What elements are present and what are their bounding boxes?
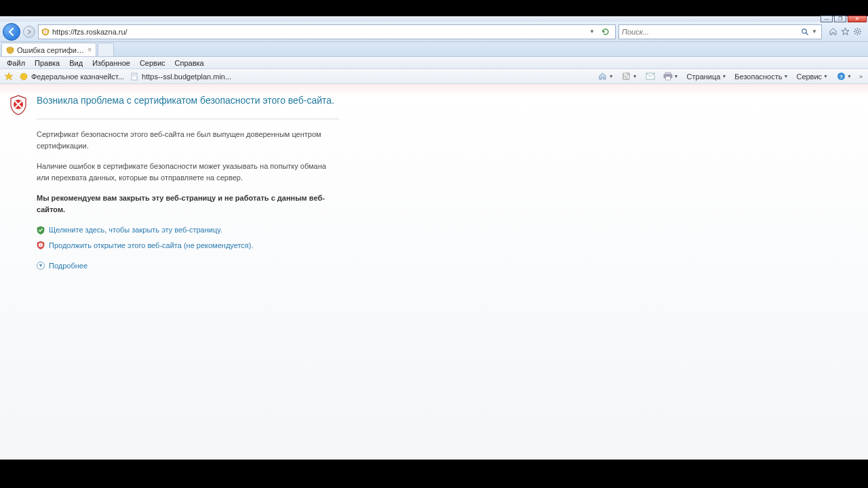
letterbox-bottom — [0, 460, 868, 488]
cmd-safety-label: Безопасность — [734, 73, 782, 81]
svg-point-13 — [20, 73, 27, 80]
navigation-bar: ! ▼ ▼ — [0, 22, 868, 42]
divider — [37, 119, 339, 119]
cmd-help-button[interactable]: ?▼ — [834, 71, 854, 82]
mail-icon — [646, 72, 655, 81]
favorites-star-icon[interactable] — [840, 26, 850, 37]
minimize-button[interactable]: — — [821, 16, 833, 22]
certificate-error-body: Возникла проблема с сертификатом безопас… — [37, 94, 416, 272]
add-favorite-icon[interactable] — [4, 72, 14, 81]
continue-row: ! Продолжить открытие этого веб-сайта (н… — [37, 240, 416, 251]
menu-view[interactable]: Вид — [65, 58, 87, 68]
svg-point-4 — [856, 30, 859, 33]
menu-help[interactable]: Справка — [171, 58, 208, 68]
tab-title: Ошибка сертификата: пе... — [17, 46, 85, 54]
search-icon[interactable] — [800, 28, 810, 36]
search-dropdown-icon[interactable]: ▼ — [810, 28, 818, 35]
favorite-link-1-label: Федеральное казначейст... — [31, 73, 124, 81]
cmd-page-label: Страница — [687, 73, 721, 81]
continue-link[interactable]: Продолжить открытие этого веб-сайта (не … — [49, 240, 254, 251]
favorites-links: Федеральное казначейст... https--ssl.bud… — [4, 72, 231, 81]
refresh-button[interactable] — [599, 25, 612, 39]
more-info-link[interactable]: Подробнее — [49, 260, 87, 272]
tab-strip: Ошибка сертификата: пе... × — [0, 42, 868, 57]
active-tab[interactable]: Ошибка сертификата: пе... × — [1, 43, 96, 56]
menu-tools[interactable]: Сервис — [136, 58, 170, 68]
menu-favorites[interactable]: Избранное — [88, 58, 134, 68]
search-input[interactable] — [622, 28, 800, 36]
menu-bar: Файл Правка Вид Избранное Сервис Справка — [0, 57, 868, 69]
new-tab-button[interactable] — [98, 43, 114, 56]
svg-point-18 — [624, 77, 626, 79]
cmd-service-label: Сервис — [796, 73, 822, 81]
rss-icon — [622, 72, 631, 81]
more-info-row: ▼ Подробнее — [37, 260, 416, 272]
svg-line-3 — [806, 33, 808, 35]
printer-icon — [663, 72, 673, 81]
cert-error-title: Возникла проблема с сертификатом безопас… — [37, 94, 416, 108]
shield-warn-icon: ! — [37, 241, 45, 249]
svg-rect-14 — [132, 73, 137, 80]
command-bar-overflow[interactable]: » — [858, 73, 864, 80]
svg-point-2 — [802, 28, 806, 33]
address-bar[interactable]: ! ▼ — [38, 24, 616, 39]
favorite-link-2-label: https--ssl.budgetplan.min... — [142, 73, 231, 81]
window-controls: — ❐ ✕ — [821, 16, 867, 22]
svg-line-12 — [854, 33, 855, 34]
arrow-left-icon — [7, 28, 16, 36]
menu-edit[interactable]: Правка — [31, 58, 64, 68]
home-icon[interactable] — [827, 26, 838, 37]
search-bar[interactable]: ▼ — [618, 24, 822, 39]
close-window-button[interactable]: ✕ — [848, 16, 867, 22]
favorite-link-2[interactable]: https--ssl.budgetplan.min... — [130, 72, 231, 81]
favorites-bar: Федеральное казначейст... https--ssl.bud… — [0, 69, 868, 84]
svg-rect-22 — [665, 77, 670, 80]
browser-window: — ❐ ✕ ! ▼ ▼ — [0, 16, 868, 460]
svg-line-9 — [854, 29, 855, 30]
cert-error-paragraph-1: Сертификат безопасности этого веб-сайта … — [37, 129, 335, 151]
cmd-feeds-button[interactable]: ▼ — [620, 71, 639, 82]
cmd-page-button[interactable]: Страница▼ — [685, 72, 729, 81]
home-icon — [598, 72, 608, 81]
menu-file[interactable]: Файл — [3, 58, 29, 68]
url-input[interactable] — [52, 28, 585, 36]
forward-button[interactable] — [23, 26, 35, 38]
cmd-safety-button[interactable]: Безопасность▼ — [732, 72, 790, 81]
command-bar: ▼ ▼ ▼ Страница▼ Безопасность▼ Сервис▼ ?▼… — [596, 71, 864, 82]
nav-right-icons — [825, 26, 865, 37]
arrow-right-icon — [26, 29, 32, 35]
cmd-print-button[interactable]: ▼ — [661, 71, 681, 82]
expand-icon[interactable]: ▼ — [37, 262, 45, 270]
shield-ok-icon — [37, 226, 45, 234]
cmd-home-button[interactable]: ▼ — [596, 71, 616, 82]
svg-rect-20 — [665, 73, 671, 75]
cert-error-paragraph-2: Наличие ошибок в сертификате безопасност… — [37, 161, 335, 183]
cert-error-recommendation: Мы рекомендуем вам закрыть эту веб-стран… — [37, 192, 335, 215]
help-icon: ? — [836, 72, 846, 81]
maximize-button[interactable]: ❐ — [834, 16, 846, 22]
shield-error-icon — [9, 95, 27, 115]
close-page-link[interactable]: Щелкните здесь, чтобы закрыть эту веб-ст… — [49, 224, 222, 236]
refresh-icon — [601, 28, 610, 36]
close-page-row: Щелкните здесь, чтобы закрыть эту веб-ст… — [37, 224, 416, 236]
cmd-mail-button[interactable] — [644, 71, 657, 82]
svg-line-11 — [859, 29, 860, 30]
certificate-error-panel: Возникла проблема с сертификатом безопас… — [9, 94, 416, 272]
page-content: Возникла проблема с сертификатом безопас… — [0, 84, 868, 460]
globe-icon — [19, 72, 28, 81]
letterbox-top — [0, 0, 868, 16]
favorite-link-1[interactable]: Федеральное казначейст... — [19, 72, 124, 81]
certificate-warning-icon: ! — [41, 28, 50, 36]
cmd-service-button[interactable]: Сервис▼ — [794, 72, 830, 81]
window-titlebar: — ❐ ✕ — [0, 16, 868, 22]
svg-text:?: ? — [840, 74, 843, 80]
tab-close-button[interactable]: × — [87, 46, 92, 54]
svg-line-10 — [859, 33, 860, 34]
tools-gear-icon[interactable] — [852, 26, 863, 37]
back-button[interactable] — [3, 23, 20, 41]
address-dropdown-icon[interactable]: ▼ — [588, 28, 596, 35]
page-icon — [130, 72, 139, 81]
tab-cert-warning-icon — [6, 46, 14, 54]
